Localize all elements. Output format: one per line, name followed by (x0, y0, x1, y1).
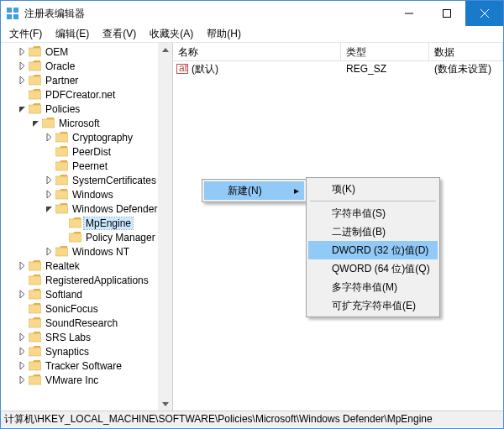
close-button[interactable] (465, 1, 503, 26)
tree-node[interactable]: Partner (1, 73, 172, 87)
tree-pane[interactable]: OEMOraclePartnerPDFCreator.netPoliciesMi… (1, 43, 173, 411)
list-pane[interactable]: 名称 类型 数据 ab (默认) REG_SZ (数值未设置) 新建(N) ▸ … (173, 43, 503, 411)
value-type: REG_SZ (341, 63, 429, 75)
menu-help[interactable]: 帮助(H) (202, 25, 246, 43)
expand-icon[interactable] (16, 75, 28, 86)
tree-scrollbar[interactable] (158, 43, 172, 411)
column-type[interactable]: 类型 (341, 43, 429, 60)
svg-rect-13 (42, 119, 55, 128)
context-new-label: 新建(N) (228, 184, 262, 198)
tree-spacer (16, 317, 28, 329)
context-new-binary[interactable]: 二进制值(B) (308, 222, 438, 241)
expand-icon[interactable] (16, 374, 28, 386)
expand-icon[interactable] (16, 60, 28, 72)
tree-node[interactable]: SRS Labs (1, 330, 172, 344)
expand-icon[interactable] (43, 132, 55, 144)
context-new-dword[interactable]: DWORD (32 位)值(D) (308, 241, 438, 259)
menu-edit[interactable]: 编辑(E) (50, 25, 94, 43)
tree-node[interactable]: MpEngine (1, 216, 172, 230)
tree-node[interactable]: Policy Manager (1, 230, 172, 244)
svg-rect-31 (29, 376, 41, 385)
folder-icon (42, 118, 55, 128)
scroll-down-icon[interactable] (158, 396, 172, 411)
tree-node[interactable]: Realtek (1, 259, 172, 273)
tree-node[interactable]: SonicFocus (1, 301, 172, 316)
tree-node-label: Softland (44, 289, 84, 301)
context-new-key[interactable]: 项(K) (308, 180, 438, 198)
tree-node[interactable]: Windows NT (1, 244, 172, 259)
tree-node[interactable]: SystemCertificates (1, 173, 172, 187)
workarea: OEMOraclePartnerPDFCreator.netPoliciesMi… (1, 43, 503, 411)
folder-icon (29, 260, 41, 271)
context-new-expandstring[interactable]: 可扩充字符串值(E) (308, 296, 438, 315)
string-value-icon: ab (176, 63, 188, 75)
expand-icon[interactable] (16, 332, 28, 343)
tree-node[interactable]: PeerDist (1, 144, 172, 159)
tree-node[interactable]: PDFCreator.net (1, 87, 172, 102)
tree-node[interactable]: Cryptography (1, 130, 172, 144)
value-row[interactable]: ab (默认) REG_SZ (数值未设置) (173, 61, 503, 76)
tree-spacer (43, 146, 55, 158)
expand-icon[interactable] (16, 260, 28, 272)
tree-node-label: Tracker Software (44, 360, 123, 372)
folder-icon (29, 374, 41, 385)
menu-file[interactable]: 文件(F) (4, 25, 47, 43)
collapse-icon[interactable] (16, 103, 28, 115)
expand-icon[interactable] (16, 289, 28, 301)
context-new-string[interactable]: 字符串值(S) (308, 204, 438, 222)
folder-icon (29, 317, 41, 328)
collapse-icon[interactable] (29, 118, 41, 129)
tree-node-label: Oracle (44, 60, 76, 72)
svg-rect-2 (7, 14, 12, 19)
expand-icon[interactable] (43, 189, 55, 201)
tree-node[interactable]: Tracker Software (1, 358, 172, 373)
folder-icon (29, 46, 41, 57)
tree-node[interactable]: Policies (1, 102, 172, 116)
expand-icon[interactable] (16, 346, 28, 358)
tree-node[interactable]: Oracle (1, 59, 172, 73)
svg-rect-27 (29, 319, 41, 327)
expand-icon[interactable] (16, 360, 28, 372)
context-new-qword[interactable]: QWORD (64 位)值(Q) (308, 259, 438, 278)
context-new-multistring[interactable]: 多字符串值(M) (308, 278, 438, 296)
tree-spacer (56, 232, 68, 243)
collapse-icon[interactable] (43, 203, 55, 215)
column-data[interactable]: 数据 (429, 43, 503, 60)
maximize-button[interactable] (428, 1, 465, 26)
tree-node-label: Synaptics (44, 346, 91, 358)
tree-node-label: Microsoft (57, 118, 102, 129)
tree-spacer (43, 160, 55, 172)
folder-icon (29, 75, 41, 86)
menu-view[interactable]: 查看(V) (97, 25, 141, 43)
tree-node[interactable]: VMware Inc (1, 373, 172, 387)
svg-rect-23 (29, 262, 41, 270)
expand-icon[interactable] (43, 175, 55, 186)
svg-rect-3 (13, 14, 18, 19)
tree-node-label: OEM (44, 46, 70, 58)
tree-node[interactable]: OEM (1, 44, 172, 59)
tree-spacer (16, 303, 28, 315)
context-new-key-label: 项(K) (332, 182, 355, 196)
expand-icon[interactable] (43, 246, 55, 258)
folder-icon (29, 103, 41, 114)
tree-node[interactable]: Windows Defender (1, 201, 172, 216)
tree-node-label: SystemCertificates (71, 175, 158, 186)
menu-separator (310, 201, 436, 201)
minimize-button[interactable] (390, 1, 428, 26)
svg-rect-8 (29, 48, 41, 56)
column-headers: 名称 类型 数据 (173, 43, 503, 61)
scroll-up-icon[interactable] (158, 43, 172, 57)
context-new-multistring-label: 多字符串值(M) (332, 280, 397, 295)
context-new[interactable]: 新建(N) ▸ (204, 181, 304, 200)
menu-favorites[interactable]: 收藏夹(A) (144, 25, 198, 43)
tree-node[interactable]: Microsoft (1, 116, 172, 130)
tree-node[interactable]: SoundResearch (1, 316, 172, 330)
column-name[interactable]: 名称 (173, 43, 341, 60)
tree-node[interactable]: Softland (1, 287, 172, 301)
tree-node[interactable]: Synaptics (1, 344, 172, 358)
expand-icon[interactable] (16, 46, 28, 58)
tree-node[interactable]: Windows (1, 187, 172, 201)
app-icon (6, 7, 19, 20)
tree-node[interactable]: Peernet (1, 159, 172, 173)
tree-node[interactable]: RegisteredApplications (1, 273, 172, 287)
